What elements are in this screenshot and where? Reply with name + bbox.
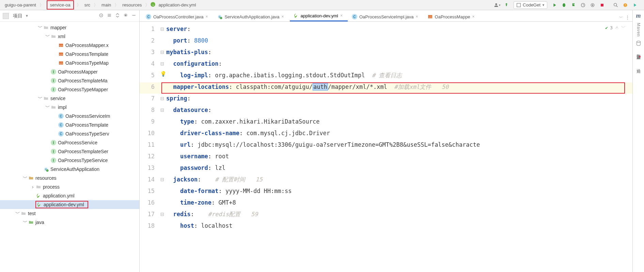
tree-item[interactable]: COaProcessTypeServ	[0, 129, 139, 138]
tree-item[interactable]: IOaProcessTemplateMa	[0, 76, 139, 85]
tree-item[interactable]: application-dev.yml	[0, 200, 139, 209]
collapse-all-icon[interactable]	[115, 13, 120, 19]
code-editor[interactable]: 💡 ✔3 ㅅ﹀ 123456789101112131415161718 ⊟⊟⊟⊟…	[140, 22, 632, 272]
tree-item[interactable]: </>OaProcessTypeMap	[0, 59, 139, 67]
tree-item[interactable]: </>OaProcessTemplate	[0, 50, 139, 59]
maven-tool-label[interactable]: Maven	[636, 23, 641, 37]
tree-item[interactable]: ﹀resources	[0, 174, 139, 182]
editor-tab[interactable]: </>OaProcessMappe×	[424, 12, 480, 21]
tree-item[interactable]: ﹀impl	[0, 103, 139, 112]
tree-label: java	[35, 220, 48, 225]
notifications-tool-icon[interactable]	[635, 55, 642, 62]
editor-tab[interactable]: CServiceAuthApplication.java×	[214, 12, 289, 21]
ai-assist-icon[interactable]	[630, 1, 639, 10]
tree-caret[interactable]: ﹀	[45, 33, 50, 39]
tree-item[interactable]: IOaProcessMapper	[0, 67, 139, 76]
tree-label: mapper	[50, 25, 70, 30]
tree-caret[interactable]: ﹀	[22, 175, 28, 181]
attach-icon[interactable]	[588, 1, 597, 10]
crumb-sep: 〉	[39, 2, 45, 8]
svg-point-8	[101, 15, 102, 16]
editor-tab[interactable]: application-dev.yml×	[290, 11, 348, 21]
line-gutter: 123456789101112131415161718	[140, 22, 158, 272]
search-icon[interactable]	[611, 1, 620, 10]
tree-label: process	[43, 184, 63, 190]
project-view-icon[interactable]	[3, 13, 9, 19]
tree-caret[interactable]: ›	[30, 184, 35, 190]
editor-tab[interactable]: COaProcessController.java×	[142, 12, 213, 21]
tree-label: OaProcessTypeMap	[65, 60, 112, 66]
tree-caret[interactable]: ﹀	[37, 95, 43, 101]
crumb-module[interactable]: service-oa	[47, 0, 74, 10]
close-icon[interactable]: ×	[472, 14, 476, 19]
tree-item[interactable]: IOaProcessService	[0, 138, 139, 147]
fold-gutter[interactable]: ⊟⊟⊟⊟⊟⊟⊟	[158, 22, 166, 272]
tree-item[interactable]: ﹀service	[0, 94, 139, 103]
tree-label: OaProcessServiceIm	[65, 113, 113, 119]
tab-label: OaProcessServiceImpl.java	[359, 14, 414, 19]
close-icon[interactable]: ×	[340, 13, 344, 18]
select-opened-icon[interactable]	[98, 13, 104, 19]
tree-label: test	[28, 211, 39, 216]
code-content[interactable]: server: port: 8800mybatis-plus: configur…	[166, 22, 632, 272]
database-tool-label[interactable]: 数据库	[635, 51, 641, 52]
vcs-user-icon[interactable]: ▾	[492, 1, 501, 10]
editor-tab[interactable]: COaProcessServiceImpl.java×	[348, 12, 423, 21]
git-pull-icon[interactable]	[502, 1, 511, 10]
tree-item[interactable]: IOaProcessTypeService	[0, 156, 139, 165]
hide-icon[interactable]	[131, 13, 137, 19]
profile-icon[interactable]	[579, 1, 587, 10]
stop-icon[interactable]	[598, 1, 607, 10]
tree-item[interactable]: ﹀xml	[0, 32, 139, 41]
tree-label: OaProcessTemplateSer	[58, 149, 112, 154]
tree-label: application-dev.yml	[44, 202, 88, 207]
editor-tabs: COaProcessController.java×CServiceAuthAp…	[140, 10, 632, 22]
inspection-widget[interactable]: ✔3 ㅅ﹀	[605, 25, 626, 31]
database-tool-icon[interactable]	[635, 40, 642, 47]
crumb-root[interactable]: guigu-oa-parent	[2, 1, 39, 9]
tree-item[interactable]: application.yml	[0, 191, 139, 200]
tree-caret[interactable]: ﹀	[37, 25, 43, 31]
tab-label: OaProcessController.java	[153, 14, 203, 19]
tree-item[interactable]: ﹀test	[0, 209, 139, 218]
run-config-selector[interactable]: CodeGet ▼	[514, 1, 547, 9]
tree-caret[interactable]: ﹀	[45, 104, 50, 110]
tree-item[interactable]: </>OaProcessMapper.x	[0, 41, 139, 50]
close-icon[interactable]: ×	[205, 14, 209, 19]
breadcrumb-bar: guigu-oa-parent 〉 service-oa 〉 src 〉 mai…	[0, 0, 644, 10]
tree-item[interactable]: ›process	[0, 182, 139, 191]
svg-text:</>: </>	[59, 62, 63, 64]
crumb-main[interactable]: main	[99, 1, 114, 9]
tree-item[interactable]: COaProcessTemplate	[0, 121, 139, 129]
debug-icon[interactable]	[560, 1, 568, 10]
run-icon[interactable]	[550, 1, 559, 10]
tree-item[interactable]: COaProcessServiceIm	[0, 112, 139, 121]
tree-caret[interactable]: ﹀	[22, 219, 28, 225]
gear-icon[interactable]	[123, 13, 128, 19]
project-tree[interactable]: ﹀mapper﹀xml</>OaProcessMapper.x</>OaProc…	[0, 22, 139, 272]
close-icon[interactable]: ×	[282, 14, 286, 19]
tree-label: ServiceAuthApplication	[50, 166, 103, 172]
tree-item[interactable]: ﹀java	[0, 218, 139, 227]
crumb-resources[interactable]: resources	[120, 1, 144, 9]
tree-caret[interactable]: ﹀	[15, 210, 20, 217]
tree-item[interactable]: IOaProcessTypeMapper	[0, 85, 139, 94]
tab-label: application-dev.yml	[301, 13, 338, 18]
expand-all-icon[interactable]	[107, 13, 112, 19]
tree-label: OaProcessTypeService	[58, 158, 111, 163]
close-icon[interactable]: ×	[416, 14, 420, 19]
crumb-file[interactable]: application-dev.yml	[156, 1, 199, 9]
project-panel-title[interactable]: 项目	[13, 13, 22, 19]
sync-icon[interactable]	[621, 1, 630, 10]
coverage-icon[interactable]	[569, 1, 578, 10]
tree-item[interactable]: IOaProcessTemplateSer	[0, 147, 139, 156]
tabs-overflow-icon[interactable]: ﹀ ⋮	[616, 13, 632, 21]
notifications-tool-label[interactable]: 通知	[635, 66, 641, 66]
maven-tool-icon[interactable]: m	[636, 12, 641, 19]
right-tool-rail: m Maven 数据库 通知	[632, 10, 644, 272]
tree-label: impl	[58, 105, 70, 110]
crumb-src[interactable]: src	[82, 1, 93, 9]
tree-item[interactable]: ﹀mapper	[0, 23, 139, 32]
svg-text:</>: </>	[428, 16, 432, 18]
tree-item[interactable]: CServiceAuthApplication	[0, 165, 139, 174]
